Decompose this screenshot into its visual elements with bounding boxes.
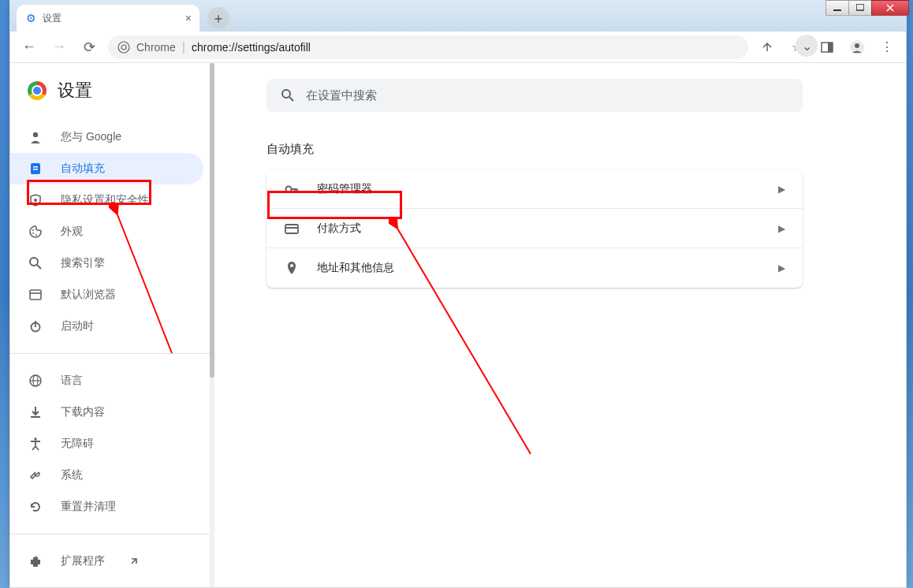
person-icon [28, 130, 43, 144]
tab-title: 设置 [43, 12, 61, 25]
settings-main: 在设置中搜索 自动填充 密码管理器▶付款方式▶地址和其他信息▶ [214, 63, 906, 587]
sidebar-item-search[interactable]: 搜索引擎 [10, 247, 203, 279]
divider [10, 353, 214, 354]
browser-tab-settings[interactable]: ⚙ 设置 × [17, 5, 199, 32]
browser-toolbar: ← → ⟳ Chrome | chrome://settings/autofil… [10, 32, 906, 63]
svg-point-16 [30, 258, 38, 266]
sidebar-item-person[interactable]: 您与 Google [10, 121, 203, 153]
search-dropdown[interactable]: ⌄ [796, 35, 818, 57]
section-title: 自动填充 [266, 142, 874, 157]
maximize-button[interactable] [848, 0, 872, 16]
open-external-icon [129, 556, 140, 567]
accessibility-icon [28, 437, 43, 451]
browser-window: ⚙ 设置 × ＋ ← → ⟳ Chrome | chrome://setting… [9, 0, 907, 588]
back-button[interactable]: ← [18, 36, 40, 58]
wrench-icon [28, 468, 43, 482]
sidebar-item-form[interactable]: 自动填充 [10, 153, 203, 184]
settings-row-location[interactable]: 地址和其他信息▶ [266, 248, 803, 288]
tab-strip: ⚙ 设置 × ＋ [10, 0, 906, 32]
sidebar-item-label: 启动时 [61, 319, 94, 333]
sidebar-item-label: 默认浏览器 [61, 288, 116, 302]
sidebar-item-browser[interactable]: 默认浏览器 [10, 279, 203, 311]
sidebar-item-label: 扩展程序 [61, 554, 105, 568]
sidepanel-icon[interactable] [816, 36, 838, 58]
sidebar-item-label: 隐私设置和安全性 [61, 193, 149, 207]
close-button[interactable] [871, 0, 909, 16]
reload-button[interactable]: ⟳ [78, 36, 100, 58]
palette-icon [28, 225, 43, 239]
gear-icon: ⚙ [26, 12, 36, 24]
sidebar-item-restore[interactable]: 重置并清理 [10, 491, 203, 523]
settings-row-key[interactable]: 密码管理器▶ [266, 169, 803, 209]
svg-rect-10 [33, 166, 38, 168]
sidebar-item-extension[interactable]: 扩展程序 [10, 545, 203, 577]
browser-icon [28, 288, 43, 302]
svg-point-8 [33, 132, 38, 137]
extension-icon [28, 554, 43, 568]
restore-icon [28, 500, 43, 514]
svg-point-15 [35, 234, 37, 236]
search-placeholder: 在设置中搜索 [306, 88, 377, 103]
power-icon [28, 319, 43, 333]
sidebar-item-label: 您与 Google [61, 130, 121, 144]
row-label: 付款方式 [317, 221, 361, 236]
chrome-logo-icon [28, 81, 47, 100]
globe-icon [28, 374, 43, 388]
address-bar[interactable]: Chrome | chrome://settings/autofill [108, 35, 748, 59]
sidebar-item-label: 重置并清理 [61, 500, 116, 514]
chevron-right-icon: ▶ [778, 262, 785, 274]
forward-button[interactable]: → [48, 36, 70, 58]
divider [10, 534, 214, 534]
profile-icon[interactable] [846, 36, 868, 58]
sidebar-item-accessibility[interactable]: 无障碍 [10, 428, 203, 460]
sidebar-item-palette[interactable]: 外观 [10, 216, 203, 247]
card-icon [284, 221, 300, 236]
share-icon[interactable] [756, 36, 778, 58]
chevron-right-icon: ▶ [778, 223, 785, 234]
chevron-right-icon: ▶ [778, 184, 785, 195]
svg-point-13 [32, 229, 34, 231]
url-text: chrome://settings/autofill [192, 41, 311, 54]
svg-rect-28 [285, 225, 298, 233]
chrome-icon [117, 41, 130, 54]
svg-point-27 [286, 186, 292, 192]
new-tab-button[interactable]: ＋ [207, 7, 229, 29]
sidebar-item-label: 无障碍 [61, 437, 94, 451]
url-prefix: Chrome [136, 41, 176, 54]
sidebar-item-wrench[interactable]: 系统 [10, 460, 203, 491]
key-icon [284, 181, 300, 197]
shield-icon [28, 193, 43, 207]
settings-card: 密码管理器▶付款方式▶地址和其他信息▶ [266, 169, 803, 288]
svg-rect-0 [833, 9, 841, 11]
content-area: 设置 您与 Google自动填充隐私设置和安全性外观搜索引擎默认浏览器启动时 语… [10, 63, 906, 587]
svg-rect-5 [828, 43, 833, 52]
svg-point-12 [34, 199, 37, 202]
sidebar-item-globe[interactable]: 语言 [10, 365, 203, 396]
download-icon [28, 405, 43, 419]
row-label: 密码管理器 [317, 182, 372, 196]
svg-rect-11 [33, 169, 38, 170]
menu-icon[interactable]: ⋮ [876, 36, 898, 58]
row-label: 地址和其他信息 [317, 261, 394, 275]
settings-row-card[interactable]: 付款方式▶ [266, 209, 803, 248]
sidebar-item-label: 系统 [61, 468, 83, 482]
search-icon [28, 256, 43, 270]
svg-point-2 [118, 42, 129, 53]
svg-point-7 [855, 43, 859, 48]
sidebar-item-power[interactable]: 启动时 [10, 311, 203, 342]
settings-search[interactable]: 在设置中搜索 [266, 79, 803, 112]
search-icon [281, 88, 295, 102]
sidebar-item-shield[interactable]: 隐私设置和安全性 [10, 184, 203, 216]
svg-point-3 [121, 45, 126, 50]
svg-point-25 [34, 437, 37, 441]
sidebar-item-label: 外观 [61, 225, 83, 239]
minimize-button[interactable] [825, 0, 849, 16]
sidebar-title: 设置 [58, 79, 92, 102]
svg-point-30 [290, 264, 293, 267]
tab-close-icon[interactable]: × [185, 12, 192, 24]
sidebar-item-label: 自动填充 [61, 162, 105, 176]
sidebar-item-label: 搜索引擎 [61, 256, 105, 270]
sidebar-item-download[interactable]: 下载内容 [10, 396, 203, 428]
sidebar-item-label: 语言 [61, 374, 83, 388]
svg-rect-1 [856, 4, 864, 10]
